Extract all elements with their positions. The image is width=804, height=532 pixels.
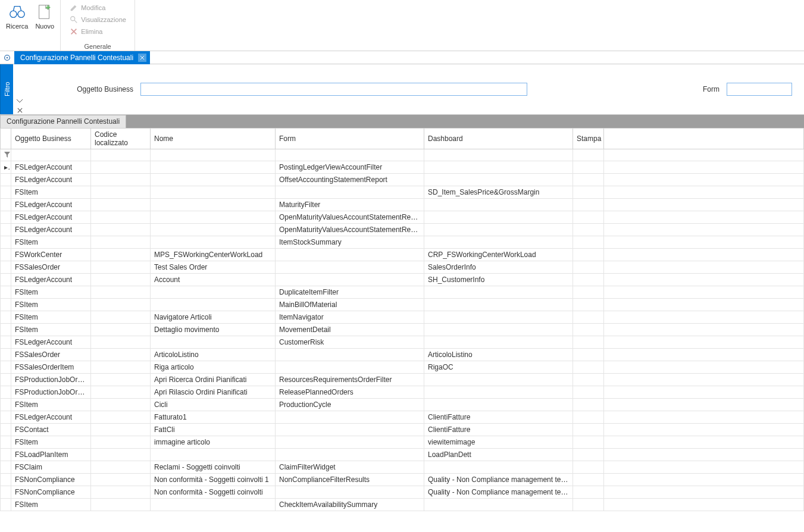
visualizzazione-button[interactable]: Visualizzazione	[67, 14, 129, 25]
chevron-down-icon[interactable]	[17, 98, 23, 104]
row-marker[interactable]	[1, 224, 11, 236]
cell-codice[interactable]	[91, 274, 151, 286]
cell-stampa[interactable]	[573, 386, 604, 399]
cell-form[interactable]: ItemStockSummary	[276, 236, 424, 249]
cell-stampa[interactable]	[573, 474, 604, 486]
table-row[interactable]: FSItemItemStockSummary	[1, 236, 804, 249]
cell-codice[interactable]	[91, 424, 151, 436]
cell-ob[interactable]: FSItem	[11, 499, 91, 511]
cell-dash[interactable]	[424, 286, 573, 299]
cell-codice[interactable]	[91, 299, 151, 311]
cell-codice[interactable]	[91, 399, 151, 411]
cell-dash[interactable]: CRP_FSWorkingCenterWorkLoad	[424, 249, 573, 261]
row-marker[interactable]	[1, 299, 11, 311]
table-row[interactable]: FSLedgerAccountMaturityFilter	[1, 199, 804, 211]
cell-codice[interactable]	[91, 324, 151, 336]
cell-stampa[interactable]	[573, 299, 604, 311]
window-tab[interactable]: Configurazione Pannelli Contestuali	[14, 51, 150, 64]
cell-dash[interactable]	[424, 399, 573, 411]
cell-nome[interactable]: Dettaglio movimento	[151, 324, 276, 336]
cell-form[interactable]	[276, 411, 424, 424]
table-row[interactable]: FSSalesOrderTest Sales OrderSalesOrderIn…	[1, 261, 804, 274]
cell-dash[interactable]	[424, 299, 573, 311]
grid-filter-stampa[interactable]	[573, 149, 604, 161]
cell-dash[interactable]	[424, 211, 573, 224]
cell-ob[interactable]: FSItem	[11, 436, 91, 449]
cell-ob[interactable]: FSContact	[11, 424, 91, 436]
cell-dash[interactable]	[424, 336, 573, 349]
cell-codice[interactable]	[91, 449, 151, 461]
cell-ob[interactable]: FSSalesOrder	[11, 349, 91, 361]
cell-codice[interactable]	[91, 374, 151, 386]
grid-filter-ob[interactable]	[11, 149, 91, 161]
cell-codice[interactable]	[91, 349, 151, 361]
table-row[interactable]: FSLedgerAccountOpenMaturityValuesAccount…	[1, 211, 804, 224]
cell-ob[interactable]: FSLedgerAccount	[11, 274, 91, 286]
cell-ob[interactable]: FSLedgerAccount	[11, 211, 91, 224]
cell-ob[interactable]: FSLedgerAccount	[11, 161, 91, 174]
cell-form[interactable]	[276, 261, 424, 274]
table-row[interactable]: FSLedgerAccountFatturato1ClientiFatture	[1, 411, 804, 424]
cell-dash[interactable]	[424, 386, 573, 399]
cell-stampa[interactable]	[573, 361, 604, 374]
cell-nome[interactable]	[151, 286, 276, 299]
table-row[interactable]: FSLedgerAccountOpenMaturityValuesAccount…	[1, 224, 804, 236]
cell-dash[interactable]	[424, 499, 573, 511]
row-marker[interactable]	[1, 249, 11, 261]
cell-form[interactable]	[276, 349, 424, 361]
cell-codice[interactable]	[91, 286, 151, 299]
cell-stampa[interactable]	[573, 424, 604, 436]
cell-form[interactable]	[276, 274, 424, 286]
grid-header-form[interactable]: Form	[276, 129, 424, 149]
cell-ob[interactable]: FSItem	[11, 299, 91, 311]
ricerca-button[interactable]: Ricerca	[4, 1, 30, 31]
cell-form[interactable]: OffsetAccountingStatementReport	[276, 174, 424, 186]
row-marker[interactable]	[1, 349, 11, 361]
cell-ob[interactable]: FSLoadPlanItem	[11, 449, 91, 461]
cell-stampa[interactable]	[573, 461, 604, 474]
cell-nome[interactable]: Apri Ricerca Ordini Pianificati	[151, 374, 276, 386]
grid-header-marker[interactable]	[1, 129, 11, 149]
table-row[interactable]: FSLoadPlanItemLoadPlanDett	[1, 449, 804, 461]
cell-dash[interactable]: ClientiFatture	[424, 424, 573, 436]
close-icon[interactable]	[138, 54, 146, 62]
cell-form[interactable]: ProductionCycle	[276, 399, 424, 411]
cell-stampa[interactable]	[573, 311, 604, 324]
cell-stampa[interactable]	[573, 449, 604, 461]
cell-nome[interactable]: Cicli	[151, 399, 276, 411]
cell-dash[interactable]: Quality - Non Compliance management team	[424, 486, 573, 499]
cell-codice[interactable]	[91, 161, 151, 174]
cell-codice[interactable]	[91, 436, 151, 449]
grid-filter-form[interactable]	[276, 149, 424, 161]
row-marker[interactable]	[1, 261, 11, 274]
cell-stampa[interactable]	[573, 486, 604, 499]
cell-form[interactable]: MainBillOfMaterial	[276, 299, 424, 311]
cell-dash[interactable]	[424, 161, 573, 174]
row-marker[interactable]	[1, 361, 11, 374]
cell-nome[interactable]: Non conformità - Soggetti coinvolti	[151, 486, 276, 499]
cell-nome[interactable]: Test Sales Order	[151, 261, 276, 274]
table-row[interactable]: FSClaimReclami - Soggetti coinvoltiClaim…	[1, 461, 804, 474]
cell-ob[interactable]: FSLedgerAccount	[11, 224, 91, 236]
cell-ob[interactable]: FSLedgerAccount	[11, 199, 91, 211]
cell-codice[interactable]	[91, 261, 151, 274]
cell-ob[interactable]: FSItem	[11, 324, 91, 336]
row-marker[interactable]	[1, 499, 11, 511]
row-marker[interactable]	[1, 449, 11, 461]
cell-nome[interactable]: FattCli	[151, 424, 276, 436]
cell-ob[interactable]: FSLedgerAccount	[11, 174, 91, 186]
cell-stampa[interactable]	[573, 261, 604, 274]
row-marker[interactable]	[1, 174, 11, 186]
row-marker[interactable]	[1, 461, 11, 474]
cell-dash[interactable]	[424, 311, 573, 324]
row-marker[interactable]	[1, 274, 11, 286]
cell-form[interactable]: MaturityFilter	[276, 199, 424, 211]
cell-stampa[interactable]	[573, 161, 604, 174]
cell-codice[interactable]	[91, 311, 151, 324]
grid-header-dash[interactable]: Dashboard	[424, 129, 573, 149]
cell-ob[interactable]: FSItem	[11, 399, 91, 411]
row-marker[interactable]	[1, 236, 11, 249]
table-row[interactable]: FSItemCheckItemAvailabilitySummary	[1, 499, 804, 511]
row-marker[interactable]	[1, 311, 11, 324]
table-row[interactable]: FSItemDettaglio movimentoMovementDetail	[1, 324, 804, 336]
